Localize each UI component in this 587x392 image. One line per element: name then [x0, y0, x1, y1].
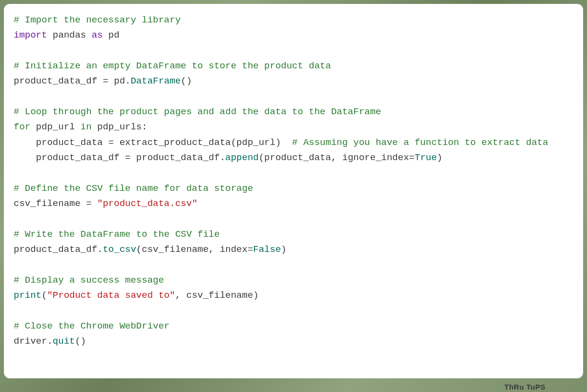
code-comment: # Write the DataFrame to the CSV file [14, 229, 220, 240]
code-operator: = [409, 152, 415, 163]
code-operator: = [103, 76, 108, 86]
code-text: product_data_df [14, 244, 97, 255]
code-text: pdp_urls: [92, 122, 147, 132]
code-operator: = [248, 244, 253, 255]
code-keyword: as [92, 30, 103, 41]
code-text: pd [103, 30, 119, 41]
code-content: # Import the necessary library import pa… [14, 13, 573, 350]
code-text: product_data_df [14, 76, 103, 86]
code-text: driver [14, 336, 47, 347]
code-block-container: # Import the necessary library import pa… [4, 4, 583, 378]
code-text: pandas [47, 30, 91, 41]
code-dot: . [47, 336, 52, 347]
code-keyword: import [14, 30, 47, 41]
code-text: , csv_filename) [175, 290, 259, 301]
code-builtin: print [14, 290, 42, 301]
code-string: "Product data saved to" [47, 290, 175, 301]
code-keyword: for [14, 122, 30, 132]
code-function: DataFrame [130, 76, 181, 86]
code-text: product_data_df [130, 152, 219, 163]
code-text: (csv_filename, index [136, 244, 248, 255]
code-text: pd [108, 76, 125, 86]
code-operator: = [86, 198, 91, 209]
code-function: to_csv [103, 244, 136, 255]
code-keyword: in [81, 122, 92, 132]
code-string: "product_data.csv" [97, 198, 197, 209]
code-function: quit [53, 336, 75, 347]
code-constant: False [253, 244, 281, 255]
code-dot: . [220, 152, 225, 163]
code-text: (product_data, ignore_index [259, 152, 409, 163]
code-operator: = [108, 137, 114, 148]
code-comment: # Loop through the product pages and add… [14, 106, 381, 117]
code-text: pdp_url [30, 122, 81, 132]
code-comment: # Display a success message [14, 275, 164, 286]
code-comment: # Import the necessary library [14, 15, 181, 25]
code-comment: # Define the CSV file name for data stor… [14, 183, 253, 194]
code-comment: # Assuming you have a function to extrac… [292, 137, 548, 148]
code-operator: = [125, 152, 130, 163]
code-comment: # Close the Chrome WebDriver [14, 321, 169, 331]
code-text: csv_filename [14, 198, 86, 209]
code-text [92, 198, 97, 209]
code-text: product_data_df [14, 152, 125, 163]
code-text: extract_product_data(pdp_url) [114, 137, 292, 148]
code-comment: # Initialize an empty DataFrame to store… [14, 61, 331, 71]
code-constant: True [415, 152, 437, 163]
code-text: ( [42, 290, 47, 301]
code-text: ) [437, 152, 442, 163]
code-text: () [75, 336, 86, 347]
code-function: append [225, 152, 258, 163]
code-dot: . [97, 244, 103, 255]
code-text: ) [281, 244, 286, 255]
footer-watermark: ThRu TuPS [504, 383, 545, 391]
code-text: product_data [14, 137, 108, 148]
code-dot: . [125, 76, 130, 86]
code-text: () [181, 76, 192, 86]
